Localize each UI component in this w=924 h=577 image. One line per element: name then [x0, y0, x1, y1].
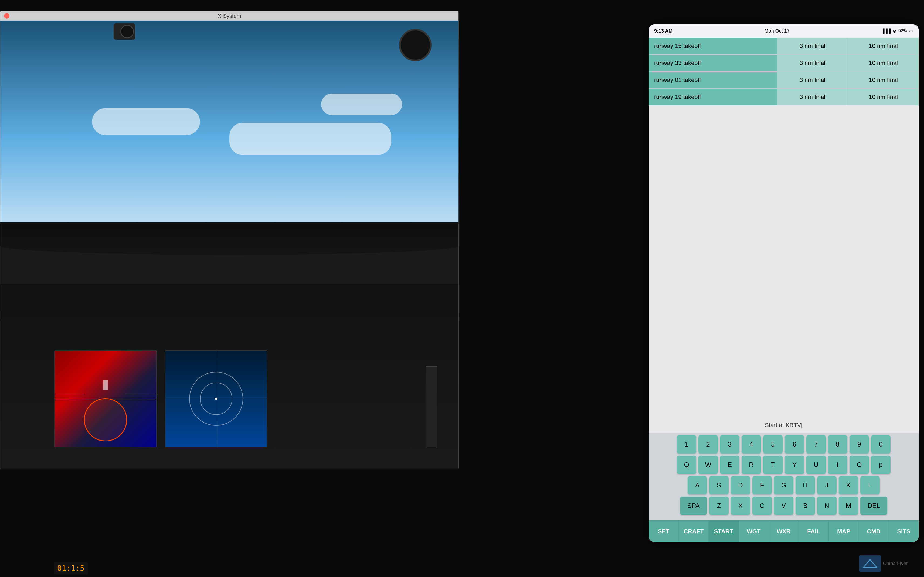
runway-33-name-cell[interactable]: runway 33 takeoff	[649, 55, 777, 71]
runway-19-option2[interactable]: 10 nm final	[848, 89, 919, 105]
key-w[interactable]: W	[698, 456, 718, 474]
runway-19-name-cell[interactable]: runway 19 takeoff	[649, 89, 777, 105]
watermark-logo	[859, 555, 881, 572]
airport-input[interactable]: Start at KBTV|	[649, 417, 919, 433]
runway-row-01: runway 01 takeoff 3 nm final 10 nm final	[649, 72, 919, 89]
key-m[interactable]: M	[839, 496, 858, 515]
key-0[interactable]: 0	[871, 435, 890, 453]
sim-title: X-System	[218, 13, 241, 19]
cockpit-top-bar	[0, 222, 459, 255]
runway-33-option1[interactable]: 3 nm final	[777, 55, 848, 71]
key-c[interactable]: C	[752, 496, 772, 515]
tab-map[interactable]: MAP	[829, 521, 859, 542]
key-i[interactable]: I	[828, 456, 847, 474]
tab-cmd[interactable]: CMD	[859, 521, 889, 542]
runway-33-10nm: 10 nm final	[869, 60, 898, 67]
key-f[interactable]: F	[752, 476, 772, 495]
key-4[interactable]: 4	[741, 435, 761, 453]
runway-01-name-cell[interactable]: runway 01 takeoff	[649, 72, 777, 89]
signal-icon: ▐▐▐	[881, 29, 890, 34]
status-time: 9:13 AM	[654, 28, 672, 34]
key-g[interactable]: G	[774, 476, 793, 495]
runway-row-19: runway 19 takeoff 3 nm final 10 nm final	[649, 89, 919, 105]
key-7[interactable]: 7	[806, 435, 826, 453]
tablet-screen: 9:13 AM Mon Oct 17 ▐▐▐ ⊙ 92% ▭ runway 15…	[649, 24, 919, 542]
cloud-3	[321, 93, 402, 115]
runway-19-option1[interactable]: 3 nm final	[777, 89, 848, 105]
keyboard-row-bottom: SPA Z X C V B N M DEL	[650, 496, 917, 515]
key-n[interactable]: N	[817, 496, 837, 515]
key-delete[interactable]: DEL	[860, 496, 887, 515]
keyboard-row-numbers: 1 2 3 4 5 6 7 8 9 0	[650, 435, 917, 453]
key-3[interactable]: 3	[720, 435, 740, 453]
tab-bar: SET CRAFT START WGT WXR FAIL MAP CMD SIT…	[649, 521, 919, 542]
key-1[interactable]: 1	[677, 435, 696, 453]
tab-fail[interactable]: FAIL	[799, 521, 829, 542]
key-r[interactable]: R	[741, 456, 761, 474]
status-bar: 9:13 AM Mon Oct 17 ▐▐▐ ⊙ 92% ▭	[649, 24, 919, 38]
runway-01-name: runway 01 takeoff	[654, 77, 701, 84]
runway-15-option2[interactable]: 10 nm final	[848, 38, 919, 55]
key-8[interactable]: 8	[828, 435, 847, 453]
runway-01-option1[interactable]: 3 nm final	[777, 72, 848, 89]
sim-close-button[interactable]	[4, 13, 10, 19]
runway-01-option2[interactable]: 10 nm final	[848, 72, 919, 89]
runway-15-name-cell[interactable]: runway 15 takeoff	[649, 38, 777, 55]
key-z[interactable]: Z	[709, 496, 729, 515]
status-icons: ▐▐▐ ⊙ 92% ▭	[881, 29, 913, 34]
keyboard-row-qwerty: Q W E R T Y U I O p	[650, 456, 917, 474]
simulator-window: X-System	[0, 11, 459, 469]
key-5[interactable]: 5	[763, 435, 783, 453]
key-v[interactable]: V	[774, 496, 793, 515]
runway-row-33: runway 33 takeoff 3 nm final 10 nm final	[649, 55, 919, 72]
key-t[interactable]: T	[763, 456, 783, 474]
camera-mount-left	[114, 23, 135, 40]
runway-33-option2[interactable]: 10 nm final	[848, 55, 919, 71]
compass-circle	[84, 398, 127, 442]
key-a[interactable]: A	[688, 476, 707, 495]
key-k[interactable]: K	[839, 476, 858, 495]
runway-01-3nm: 3 nm final	[800, 77, 825, 84]
key-2[interactable]: 2	[698, 435, 718, 453]
key-o[interactable]: O	[850, 456, 869, 474]
runway-15-name: runway 15 takeoff	[654, 43, 701, 50]
key-y[interactable]: Y	[785, 456, 804, 474]
counter-display: 01:1:5	[54, 562, 88, 574]
tab-craft[interactable]: CRAFT	[679, 521, 709, 542]
status-date: Mon Oct 17	[764, 28, 790, 34]
tab-wgt[interactable]: WGT	[739, 521, 769, 542]
runway-19-10nm: 10 nm final	[869, 93, 898, 101]
key-9[interactable]: 9	[850, 435, 869, 453]
key-l[interactable]: L	[860, 476, 880, 495]
runway-19-name: runway 19 takeoff	[654, 93, 701, 101]
runway-19-3nm: 3 nm final	[800, 93, 825, 101]
runway-15-option1[interactable]: 3 nm final	[777, 38, 848, 55]
tab-start[interactable]: START	[709, 521, 738, 542]
key-6[interactable]: 6	[785, 435, 804, 453]
key-x[interactable]: X	[731, 496, 750, 515]
key-u[interactable]: U	[806, 456, 826, 474]
sim-content	[0, 21, 459, 469]
key-q[interactable]: Q	[677, 456, 696, 474]
tab-set[interactable]: SET	[649, 521, 679, 542]
tab-wxr[interactable]: WXR	[769, 521, 799, 542]
tablet-device: 9:13 AM Mon Oct 17 ▐▐▐ ⊙ 92% ▭ runway 15…	[649, 24, 919, 542]
watermark-text: China Flyer	[883, 561, 908, 566]
cloud-1	[92, 108, 200, 135]
watermark: China Flyer	[859, 555, 908, 572]
runway-15-10nm: 10 nm final	[869, 43, 898, 50]
tab-sits[interactable]: SITS	[889, 521, 919, 542]
wifi-icon: ⊙	[893, 29, 896, 34]
key-h[interactable]: H	[796, 476, 815, 495]
camera-lens	[120, 25, 134, 38]
key-space[interactable]: SPA	[680, 496, 707, 515]
cockpit-frame	[0, 222, 459, 469]
key-b[interactable]: B	[796, 496, 815, 515]
keyboard: 1 2 3 4 5 6 7 8 9 0 Q W E R T Y U I	[649, 433, 919, 521]
key-s[interactable]: S	[709, 476, 729, 495]
camera-mount-right	[399, 29, 431, 61]
key-j[interactable]: J	[817, 476, 837, 495]
key-p[interactable]: p	[871, 456, 890, 474]
key-d[interactable]: D	[731, 476, 750, 495]
key-e[interactable]: E	[720, 456, 740, 474]
